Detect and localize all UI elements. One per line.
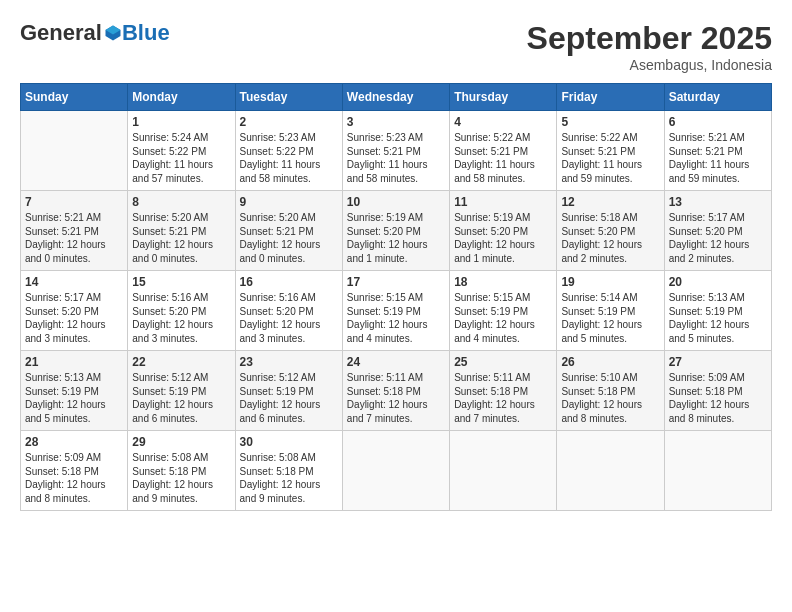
day-info: Sunrise: 5:19 AM Sunset: 5:20 PM Dayligh…: [454, 211, 552, 265]
day-info: Sunrise: 5:09 AM Sunset: 5:18 PM Dayligh…: [25, 451, 123, 505]
calendar-day-cell: 19Sunrise: 5:14 AM Sunset: 5:19 PM Dayli…: [557, 271, 664, 351]
day-info: Sunrise: 5:12 AM Sunset: 5:19 PM Dayligh…: [240, 371, 338, 425]
day-number: 15: [132, 275, 230, 289]
day-number: 6: [669, 115, 767, 129]
calendar-day-cell: 24Sunrise: 5:11 AM Sunset: 5:18 PM Dayli…: [342, 351, 449, 431]
calendar-day-cell: 16Sunrise: 5:16 AM Sunset: 5:20 PM Dayli…: [235, 271, 342, 351]
day-number: 24: [347, 355, 445, 369]
calendar-day-cell: 6Sunrise: 5:21 AM Sunset: 5:21 PM Daylig…: [664, 111, 771, 191]
calendar-day-cell: 12Sunrise: 5:18 AM Sunset: 5:20 PM Dayli…: [557, 191, 664, 271]
calendar-day-cell: 28Sunrise: 5:09 AM Sunset: 5:18 PM Dayli…: [21, 431, 128, 511]
day-number: 12: [561, 195, 659, 209]
day-number: 17: [347, 275, 445, 289]
day-number: 29: [132, 435, 230, 449]
day-info: Sunrise: 5:16 AM Sunset: 5:20 PM Dayligh…: [132, 291, 230, 345]
day-info: Sunrise: 5:18 AM Sunset: 5:20 PM Dayligh…: [561, 211, 659, 265]
weekday-header-cell: Tuesday: [235, 84, 342, 111]
month-title: September 2025: [527, 20, 772, 57]
day-info: Sunrise: 5:08 AM Sunset: 5:18 PM Dayligh…: [132, 451, 230, 505]
day-number: 30: [240, 435, 338, 449]
day-info: Sunrise: 5:23 AM Sunset: 5:22 PM Dayligh…: [240, 131, 338, 185]
day-number: 4: [454, 115, 552, 129]
day-number: 25: [454, 355, 552, 369]
calendar-day-cell: 8Sunrise: 5:20 AM Sunset: 5:21 PM Daylig…: [128, 191, 235, 271]
calendar-day-cell: 7Sunrise: 5:21 AM Sunset: 5:21 PM Daylig…: [21, 191, 128, 271]
day-info: Sunrise: 5:14 AM Sunset: 5:19 PM Dayligh…: [561, 291, 659, 345]
day-number: 22: [132, 355, 230, 369]
day-number: 23: [240, 355, 338, 369]
calendar-day-cell: 5Sunrise: 5:22 AM Sunset: 5:21 PM Daylig…: [557, 111, 664, 191]
day-info: Sunrise: 5:21 AM Sunset: 5:21 PM Dayligh…: [669, 131, 767, 185]
calendar-day-cell: 22Sunrise: 5:12 AM Sunset: 5:19 PM Dayli…: [128, 351, 235, 431]
day-info: Sunrise: 5:11 AM Sunset: 5:18 PM Dayligh…: [454, 371, 552, 425]
calendar-day-cell: 20Sunrise: 5:13 AM Sunset: 5:19 PM Dayli…: [664, 271, 771, 351]
weekday-header-cell: Monday: [128, 84, 235, 111]
day-number: 26: [561, 355, 659, 369]
calendar-day-cell: 1Sunrise: 5:24 AM Sunset: 5:22 PM Daylig…: [128, 111, 235, 191]
logo-general-text: General: [20, 20, 102, 46]
page-header: General Blue September 2025 Asembagus, I…: [20, 20, 772, 73]
calendar-day-cell: 30Sunrise: 5:08 AM Sunset: 5:18 PM Dayli…: [235, 431, 342, 511]
calendar-day-cell: 2Sunrise: 5:23 AM Sunset: 5:22 PM Daylig…: [235, 111, 342, 191]
calendar-day-cell: 29Sunrise: 5:08 AM Sunset: 5:18 PM Dayli…: [128, 431, 235, 511]
day-info: Sunrise: 5:22 AM Sunset: 5:21 PM Dayligh…: [454, 131, 552, 185]
day-info: Sunrise: 5:16 AM Sunset: 5:20 PM Dayligh…: [240, 291, 338, 345]
weekday-header-cell: Wednesday: [342, 84, 449, 111]
day-number: 21: [25, 355, 123, 369]
day-number: 20: [669, 275, 767, 289]
location-subtitle: Asembagus, Indonesia: [527, 57, 772, 73]
day-number: 18: [454, 275, 552, 289]
title-block: September 2025 Asembagus, Indonesia: [527, 20, 772, 73]
calendar-day-cell: 10Sunrise: 5:19 AM Sunset: 5:20 PM Dayli…: [342, 191, 449, 271]
day-info: Sunrise: 5:21 AM Sunset: 5:21 PM Dayligh…: [25, 211, 123, 265]
day-info: Sunrise: 5:19 AM Sunset: 5:20 PM Dayligh…: [347, 211, 445, 265]
day-number: 19: [561, 275, 659, 289]
day-number: 13: [669, 195, 767, 209]
calendar-day-cell: [664, 431, 771, 511]
calendar-day-cell: 3Sunrise: 5:23 AM Sunset: 5:21 PM Daylig…: [342, 111, 449, 191]
calendar-week-row: 14Sunrise: 5:17 AM Sunset: 5:20 PM Dayli…: [21, 271, 772, 351]
calendar-week-row: 1Sunrise: 5:24 AM Sunset: 5:22 PM Daylig…: [21, 111, 772, 191]
calendar-day-cell: 23Sunrise: 5:12 AM Sunset: 5:19 PM Dayli…: [235, 351, 342, 431]
day-number: 16: [240, 275, 338, 289]
weekday-header-row: SundayMondayTuesdayWednesdayThursdayFrid…: [21, 84, 772, 111]
logo-blue-text: Blue: [122, 20, 170, 46]
calendar-day-cell: 13Sunrise: 5:17 AM Sunset: 5:20 PM Dayli…: [664, 191, 771, 271]
day-info: Sunrise: 5:11 AM Sunset: 5:18 PM Dayligh…: [347, 371, 445, 425]
weekday-header-cell: Thursday: [450, 84, 557, 111]
calendar-day-cell: 17Sunrise: 5:15 AM Sunset: 5:19 PM Dayli…: [342, 271, 449, 351]
weekday-header-cell: Friday: [557, 84, 664, 111]
calendar-day-cell: 21Sunrise: 5:13 AM Sunset: 5:19 PM Dayli…: [21, 351, 128, 431]
day-number: 10: [347, 195, 445, 209]
day-info: Sunrise: 5:15 AM Sunset: 5:19 PM Dayligh…: [347, 291, 445, 345]
logo-icon: [104, 24, 122, 42]
calendar-day-cell: [342, 431, 449, 511]
day-number: 27: [669, 355, 767, 369]
day-info: Sunrise: 5:13 AM Sunset: 5:19 PM Dayligh…: [25, 371, 123, 425]
day-info: Sunrise: 5:17 AM Sunset: 5:20 PM Dayligh…: [25, 291, 123, 345]
day-number: 28: [25, 435, 123, 449]
day-number: 2: [240, 115, 338, 129]
calendar-week-row: 7Sunrise: 5:21 AM Sunset: 5:21 PM Daylig…: [21, 191, 772, 271]
day-info: Sunrise: 5:12 AM Sunset: 5:19 PM Dayligh…: [132, 371, 230, 425]
calendar-day-cell: 15Sunrise: 5:16 AM Sunset: 5:20 PM Dayli…: [128, 271, 235, 351]
day-info: Sunrise: 5:15 AM Sunset: 5:19 PM Dayligh…: [454, 291, 552, 345]
day-info: Sunrise: 5:09 AM Sunset: 5:18 PM Dayligh…: [669, 371, 767, 425]
day-info: Sunrise: 5:17 AM Sunset: 5:20 PM Dayligh…: [669, 211, 767, 265]
day-number: 3: [347, 115, 445, 129]
day-number: 9: [240, 195, 338, 209]
day-info: Sunrise: 5:23 AM Sunset: 5:21 PM Dayligh…: [347, 131, 445, 185]
day-info: Sunrise: 5:13 AM Sunset: 5:19 PM Dayligh…: [669, 291, 767, 345]
weekday-header-cell: Saturday: [664, 84, 771, 111]
calendar-day-cell: 4Sunrise: 5:22 AM Sunset: 5:21 PM Daylig…: [450, 111, 557, 191]
day-info: Sunrise: 5:10 AM Sunset: 5:18 PM Dayligh…: [561, 371, 659, 425]
day-number: 14: [25, 275, 123, 289]
weekday-header-cell: Sunday: [21, 84, 128, 111]
logo: General Blue: [20, 20, 170, 46]
day-number: 11: [454, 195, 552, 209]
day-number: 7: [25, 195, 123, 209]
day-number: 5: [561, 115, 659, 129]
day-info: Sunrise: 5:22 AM Sunset: 5:21 PM Dayligh…: [561, 131, 659, 185]
calendar-day-cell: 9Sunrise: 5:20 AM Sunset: 5:21 PM Daylig…: [235, 191, 342, 271]
calendar-day-cell: 18Sunrise: 5:15 AM Sunset: 5:19 PM Dayli…: [450, 271, 557, 351]
